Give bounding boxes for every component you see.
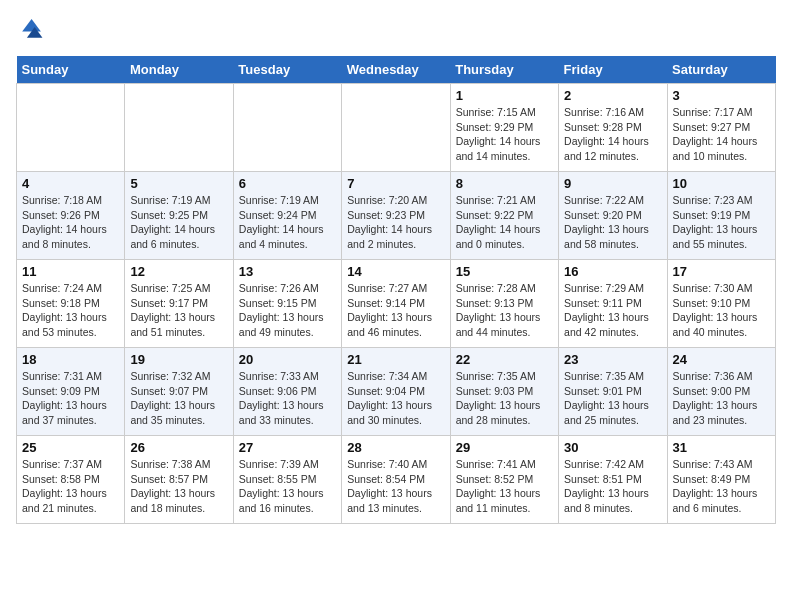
calendar-week-2: 4Sunrise: 7:18 AM Sunset: 9:26 PM Daylig… [17, 172, 776, 260]
calendar-cell [17, 84, 125, 172]
day-number: 28 [347, 440, 444, 455]
day-info: Sunrise: 7:25 AM Sunset: 9:17 PM Dayligh… [130, 281, 227, 340]
calendar-cell: 15Sunrise: 7:28 AM Sunset: 9:13 PM Dayli… [450, 260, 558, 348]
day-info: Sunrise: 7:21 AM Sunset: 9:22 PM Dayligh… [456, 193, 553, 252]
day-number: 23 [564, 352, 661, 367]
day-number: 25 [22, 440, 119, 455]
svg-marker-0 [22, 19, 41, 31]
calendar-cell: 17Sunrise: 7:30 AM Sunset: 9:10 PM Dayli… [667, 260, 775, 348]
calendar-week-5: 25Sunrise: 7:37 AM Sunset: 8:58 PM Dayli… [17, 436, 776, 524]
calendar-cell: 20Sunrise: 7:33 AM Sunset: 9:06 PM Dayli… [233, 348, 341, 436]
calendar-cell: 11Sunrise: 7:24 AM Sunset: 9:18 PM Dayli… [17, 260, 125, 348]
day-number: 2 [564, 88, 661, 103]
day-info: Sunrise: 7:39 AM Sunset: 8:55 PM Dayligh… [239, 457, 336, 516]
day-info: Sunrise: 7:24 AM Sunset: 9:18 PM Dayligh… [22, 281, 119, 340]
calendar-cell: 7Sunrise: 7:20 AM Sunset: 9:23 PM Daylig… [342, 172, 450, 260]
day-number: 7 [347, 176, 444, 191]
day-info: Sunrise: 7:41 AM Sunset: 8:52 PM Dayligh… [456, 457, 553, 516]
day-number: 22 [456, 352, 553, 367]
calendar-cell: 25Sunrise: 7:37 AM Sunset: 8:58 PM Dayli… [17, 436, 125, 524]
calendar-cell: 19Sunrise: 7:32 AM Sunset: 9:07 PM Dayli… [125, 348, 233, 436]
day-info: Sunrise: 7:17 AM Sunset: 9:27 PM Dayligh… [673, 105, 770, 164]
day-info: Sunrise: 7:42 AM Sunset: 8:51 PM Dayligh… [564, 457, 661, 516]
day-number: 20 [239, 352, 336, 367]
page-header [16, 16, 776, 44]
logo [16, 16, 48, 44]
day-number: 29 [456, 440, 553, 455]
calendar-cell: 21Sunrise: 7:34 AM Sunset: 9:04 PM Dayli… [342, 348, 450, 436]
day-info: Sunrise: 7:34 AM Sunset: 9:04 PM Dayligh… [347, 369, 444, 428]
day-info: Sunrise: 7:40 AM Sunset: 8:54 PM Dayligh… [347, 457, 444, 516]
day-info: Sunrise: 7:28 AM Sunset: 9:13 PM Dayligh… [456, 281, 553, 340]
day-number: 1 [456, 88, 553, 103]
day-number: 5 [130, 176, 227, 191]
day-number: 14 [347, 264, 444, 279]
calendar-cell: 31Sunrise: 7:43 AM Sunset: 8:49 PM Dayli… [667, 436, 775, 524]
day-number: 15 [456, 264, 553, 279]
day-number: 31 [673, 440, 770, 455]
day-number: 9 [564, 176, 661, 191]
calendar-cell: 23Sunrise: 7:35 AM Sunset: 9:01 PM Dayli… [559, 348, 667, 436]
calendar-cell: 18Sunrise: 7:31 AM Sunset: 9:09 PM Dayli… [17, 348, 125, 436]
day-number: 3 [673, 88, 770, 103]
day-info: Sunrise: 7:35 AM Sunset: 9:01 PM Dayligh… [564, 369, 661, 428]
day-info: Sunrise: 7:32 AM Sunset: 9:07 PM Dayligh… [130, 369, 227, 428]
day-number: 16 [564, 264, 661, 279]
calendar-cell [342, 84, 450, 172]
day-info: Sunrise: 7:37 AM Sunset: 8:58 PM Dayligh… [22, 457, 119, 516]
day-number: 26 [130, 440, 227, 455]
day-info: Sunrise: 7:20 AM Sunset: 9:23 PM Dayligh… [347, 193, 444, 252]
day-number: 13 [239, 264, 336, 279]
weekday-header-row: SundayMondayTuesdayWednesdayThursdayFrid… [17, 56, 776, 84]
calendar-cell: 3Sunrise: 7:17 AM Sunset: 9:27 PM Daylig… [667, 84, 775, 172]
calendar-cell: 8Sunrise: 7:21 AM Sunset: 9:22 PM Daylig… [450, 172, 558, 260]
day-number: 19 [130, 352, 227, 367]
calendar-cell [233, 84, 341, 172]
day-number: 18 [22, 352, 119, 367]
day-info: Sunrise: 7:33 AM Sunset: 9:06 PM Dayligh… [239, 369, 336, 428]
day-number: 24 [673, 352, 770, 367]
day-number: 11 [22, 264, 119, 279]
calendar-cell: 6Sunrise: 7:19 AM Sunset: 9:24 PM Daylig… [233, 172, 341, 260]
calendar-cell [125, 84, 233, 172]
weekday-header-wednesday: Wednesday [342, 56, 450, 84]
calendar-cell: 28Sunrise: 7:40 AM Sunset: 8:54 PM Dayli… [342, 436, 450, 524]
weekday-header-friday: Friday [559, 56, 667, 84]
day-number: 6 [239, 176, 336, 191]
calendar-cell: 13Sunrise: 7:26 AM Sunset: 9:15 PM Dayli… [233, 260, 341, 348]
day-info: Sunrise: 7:22 AM Sunset: 9:20 PM Dayligh… [564, 193, 661, 252]
day-number: 8 [456, 176, 553, 191]
weekday-header-monday: Monday [125, 56, 233, 84]
day-info: Sunrise: 7:30 AM Sunset: 9:10 PM Dayligh… [673, 281, 770, 340]
calendar-table: SundayMondayTuesdayWednesdayThursdayFrid… [16, 56, 776, 524]
day-info: Sunrise: 7:27 AM Sunset: 9:14 PM Dayligh… [347, 281, 444, 340]
calendar-cell: 1Sunrise: 7:15 AM Sunset: 9:29 PM Daylig… [450, 84, 558, 172]
day-info: Sunrise: 7:38 AM Sunset: 8:57 PM Dayligh… [130, 457, 227, 516]
calendar-week-3: 11Sunrise: 7:24 AM Sunset: 9:18 PM Dayli… [17, 260, 776, 348]
calendar-cell: 10Sunrise: 7:23 AM Sunset: 9:19 PM Dayli… [667, 172, 775, 260]
day-number: 4 [22, 176, 119, 191]
day-info: Sunrise: 7:31 AM Sunset: 9:09 PM Dayligh… [22, 369, 119, 428]
calendar-cell: 22Sunrise: 7:35 AM Sunset: 9:03 PM Dayli… [450, 348, 558, 436]
calendar-cell: 14Sunrise: 7:27 AM Sunset: 9:14 PM Dayli… [342, 260, 450, 348]
day-number: 27 [239, 440, 336, 455]
day-info: Sunrise: 7:29 AM Sunset: 9:11 PM Dayligh… [564, 281, 661, 340]
calendar-week-4: 18Sunrise: 7:31 AM Sunset: 9:09 PM Dayli… [17, 348, 776, 436]
calendar-cell: 5Sunrise: 7:19 AM Sunset: 9:25 PM Daylig… [125, 172, 233, 260]
calendar-cell: 30Sunrise: 7:42 AM Sunset: 8:51 PM Dayli… [559, 436, 667, 524]
calendar-cell: 9Sunrise: 7:22 AM Sunset: 9:20 PM Daylig… [559, 172, 667, 260]
day-info: Sunrise: 7:36 AM Sunset: 9:00 PM Dayligh… [673, 369, 770, 428]
weekday-header-saturday: Saturday [667, 56, 775, 84]
day-number: 17 [673, 264, 770, 279]
calendar-cell: 12Sunrise: 7:25 AM Sunset: 9:17 PM Dayli… [125, 260, 233, 348]
day-info: Sunrise: 7:43 AM Sunset: 8:49 PM Dayligh… [673, 457, 770, 516]
weekday-header-tuesday: Tuesday [233, 56, 341, 84]
calendar-cell: 2Sunrise: 7:16 AM Sunset: 9:28 PM Daylig… [559, 84, 667, 172]
day-number: 30 [564, 440, 661, 455]
calendar-week-1: 1Sunrise: 7:15 AM Sunset: 9:29 PM Daylig… [17, 84, 776, 172]
weekday-header-thursday: Thursday [450, 56, 558, 84]
calendar-cell: 24Sunrise: 7:36 AM Sunset: 9:00 PM Dayli… [667, 348, 775, 436]
day-info: Sunrise: 7:16 AM Sunset: 9:28 PM Dayligh… [564, 105, 661, 164]
day-info: Sunrise: 7:23 AM Sunset: 9:19 PM Dayligh… [673, 193, 770, 252]
day-info: Sunrise: 7:19 AM Sunset: 9:24 PM Dayligh… [239, 193, 336, 252]
